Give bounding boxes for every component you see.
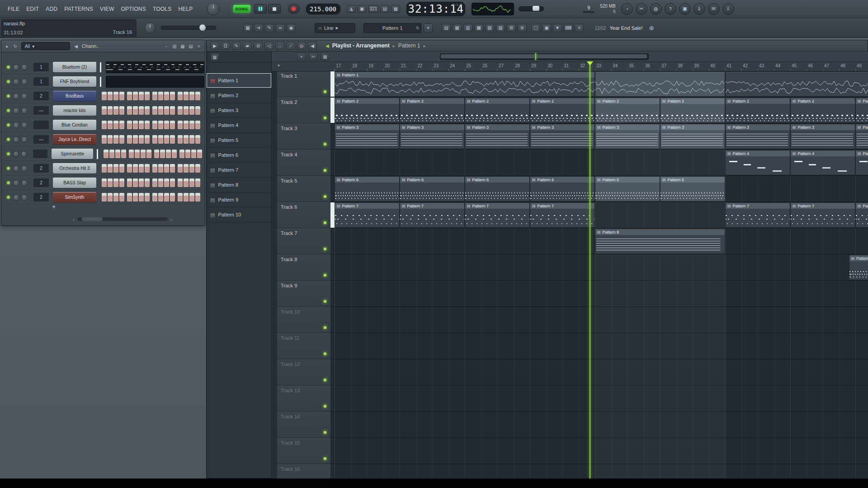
- step-cell[interactable]: [127, 106, 132, 115]
- track-led[interactable]: [323, 89, 327, 94]
- pattern-clip[interactable]: ▤Pattern 3: [790, 124, 855, 149]
- step-cell[interactable]: [119, 178, 124, 187]
- draw-tool-icon[interactable]: ✎: [232, 42, 241, 50]
- paste-icon[interactable]: ▣: [542, 24, 551, 32]
- channel-button[interactable]: Jayce Le..Direct: [53, 134, 96, 145]
- track-led[interactable]: [323, 325, 327, 330]
- channel-pan-knob[interactable]: [13, 108, 19, 114]
- step-cell[interactable]: [113, 135, 118, 144]
- channel-pan-knob[interactable]: [13, 180, 19, 186]
- channel-button[interactable]: Bluebom (2): [53, 62, 96, 72]
- channel-led[interactable]: [7, 80, 10, 83]
- step-sequencer[interactable]: [102, 135, 203, 144]
- step-cell[interactable]: [108, 178, 113, 187]
- step-cell[interactable]: [172, 150, 177, 158]
- pattern-clip[interactable]: ▤Pattern 3: [530, 124, 595, 149]
- pattern-clip[interactable]: ▤Pattern 6: [595, 176, 660, 202]
- step-cell[interactable]: [133, 178, 138, 187]
- snap-selector[interactable]: ∩ Line ▸: [315, 23, 355, 33]
- delete-tool-icon[interactable]: ⊘: [254, 42, 263, 50]
- render-icon[interactable]: ⇓: [693, 3, 705, 15]
- help-icon[interactable]: ?: [665, 3, 676, 15]
- step-cell[interactable]: [133, 106, 138, 115]
- channel-pan-knob[interactable]: [13, 64, 19, 70]
- track-header[interactable]: Track 11: [277, 333, 330, 359]
- pattern-clip[interactable]: ▤Pattern 6: [400, 176, 465, 202]
- channel-led[interactable]: [7, 167, 10, 170]
- typing-keyboard-icon[interactable]: ▦: [391, 5, 400, 13]
- pattern-clip[interactable]: ▤Pattern 7: [465, 202, 530, 228]
- step-cell[interactable]: [184, 106, 189, 115]
- step-cell[interactable]: [184, 92, 189, 100]
- channel-button[interactable]: Orchestra Hit 3: [53, 163, 96, 174]
- step-cell[interactable]: [139, 135, 144, 144]
- step-cell[interactable]: [113, 121, 118, 129]
- step-cell[interactable]: [133, 121, 138, 129]
- step-cell[interactable]: [189, 178, 194, 187]
- pattern-clip[interactable]: [725, 71, 868, 97]
- menu-patterns[interactable]: PATTERNS: [61, 5, 96, 14]
- piano-window-icon[interactable]: ▦: [243, 24, 252, 32]
- step-cell[interactable]: [121, 150, 126, 158]
- pattern-clip[interactable]: ▤Pattern 2: [660, 98, 725, 123]
- step-cell[interactable]: [108, 164, 113, 173]
- clip-layer[interactable]: ▤Pattern 1▤Pattern 2▤Pattern 2▤Pattern 2…: [330, 71, 868, 479]
- globe-icon[interactable]: ⊕: [649, 24, 654, 32]
- track-header[interactable]: Track 14: [277, 412, 330, 438]
- step-cell[interactable]: [160, 150, 165, 158]
- speaker-icon[interactable]: ◀: [326, 43, 329, 48]
- step-cell[interactable]: [108, 106, 113, 115]
- step-cell[interactable]: [102, 164, 107, 173]
- step-cell[interactable]: [166, 150, 171, 158]
- step-cell[interactable]: [102, 135, 107, 144]
- step-sequencer[interactable]: [102, 106, 203, 115]
- pattern-clip[interactable]: ▤Pattern 3: [595, 124, 660, 149]
- track-header[interactable]: Track 10: [277, 307, 330, 333]
- channel-led[interactable]: [7, 196, 10, 199]
- step-cell[interactable]: [178, 164, 183, 173]
- track-header[interactable]: Track 8: [277, 254, 330, 281]
- pause-button[interactable]: [254, 4, 267, 14]
- menu-view[interactable]: VIEW: [97, 5, 117, 14]
- step-cell[interactable]: [113, 92, 118, 100]
- save-icon[interactable]: ▣: [679, 3, 691, 15]
- wait-for-input-icon[interactable]: ▣: [358, 5, 367, 13]
- step-cell[interactable]: [195, 135, 200, 144]
- pattern-clip[interactable]: ▤Pattern 3: [465, 124, 530, 149]
- step-cell[interactable]: [152, 135, 157, 144]
- track-led[interactable]: [323, 404, 327, 408]
- chat-icon[interactable]: ✉: [708, 3, 720, 15]
- filter-icon[interactable]: ▼: [553, 24, 562, 32]
- add-channel-button[interactable]: +: [52, 203, 56, 210]
- pattern-clip[interactable]: ▤Pattern 6: [465, 176, 530, 202]
- pad-icon[interactable]: ◉: [287, 24, 296, 32]
- step-cell[interactable]: [185, 150, 190, 158]
- pattern-clip[interactable]: ▤Pattern 7: [725, 202, 790, 228]
- main-pitch-control[interactable]: 9: [583, 5, 594, 13]
- pattern-clip[interactable]: ▤Pattern 2: [400, 98, 465, 123]
- track-header[interactable]: Track 12: [277, 359, 330, 385]
- plugin-picker-icon[interactable]: ▨: [496, 24, 505, 32]
- step-sequencer[interactable]: [102, 178, 203, 187]
- step-cell[interactable]: [104, 150, 108, 158]
- menu-edit[interactable]: EDIT: [23, 5, 42, 14]
- step-cell[interactable]: [170, 121, 175, 129]
- step-cell[interactable]: [170, 178, 175, 187]
- rack-scrollbar-thumb[interactable]: [82, 217, 103, 221]
- clip-fragment[interactable]: [330, 202, 335, 228]
- channel-button[interactable]: Spinnarette: [52, 149, 93, 159]
- slider-thumb[interactable]: [199, 24, 206, 31]
- channel-mixer-target[interactable]: 1: [33, 63, 49, 71]
- step-cell[interactable]: [170, 164, 175, 173]
- channel-led[interactable]: [7, 94, 10, 98]
- pattern-item[interactable]: ▤Pattern 6: [207, 148, 271, 163]
- step-cell[interactable]: [164, 106, 169, 115]
- channel-button[interactable]: reactor kits: [53, 105, 96, 116]
- menu-add[interactable]: ADD: [42, 5, 61, 14]
- channel-mixer-target[interactable]: [33, 150, 48, 158]
- pattern-clip[interactable]: [595, 71, 725, 97]
- playhead[interactable]: [590, 61, 590, 479]
- rack-keyboard-icon[interactable]: ▤: [188, 42, 194, 50]
- step-cell[interactable]: [189, 106, 194, 115]
- step-cell[interactable]: [129, 150, 134, 158]
